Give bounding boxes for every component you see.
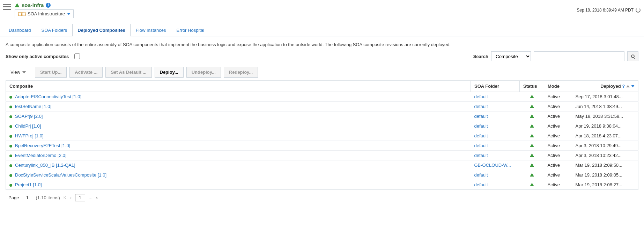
pager-current: 1 [75, 194, 85, 201]
mode-cell: Active [544, 170, 572, 180]
folder-link[interactable]: default [474, 104, 488, 109]
infra-icon: ⬚⬚ [18, 11, 25, 16]
status-up-icon [530, 114, 534, 118]
mode-cell: Active [544, 92, 572, 102]
composite-link[interactable]: SOAPrj9 [2.0] [15, 114, 43, 119]
status-dot-icon [9, 106, 12, 108]
mode-cell: Active [544, 131, 572, 141]
pager-prev[interactable]: ‹ [70, 195, 71, 200]
col-folder[interactable]: SOA Folder [471, 81, 520, 92]
status-up-icon [530, 173, 534, 177]
composite-link[interactable]: EventMediatorDemo [2.0] [15, 153, 66, 158]
search-icon [631, 55, 635, 58]
status-dot-icon [9, 184, 12, 187]
timestamp: Sep 18, 2018 6:39:49 AM PDT [577, 8, 634, 13]
status-up-icon [530, 183, 534, 186]
pager-page: 1 [22, 195, 32, 200]
table-row[interactable]: Project1 [1.0]defaultActiveMar 19, 2018 … [6, 180, 638, 190]
folder-link[interactable]: GB-OCLOUD-W... [474, 163, 511, 168]
col-composite[interactable]: Composite [6, 81, 471, 92]
search-label: Search [473, 54, 488, 59]
col-status[interactable]: Status [520, 81, 544, 92]
status-dot-icon [9, 155, 12, 157]
tab-flow-instances[interactable]: Flow Instances [131, 24, 171, 36]
pager-next[interactable]: › [96, 195, 98, 201]
status-dot-icon [9, 96, 12, 99]
table-row[interactable]: BpelRecoveryE2ETest [1.0]defaultActiveAp… [6, 141, 638, 151]
status-dot-icon [9, 145, 12, 148]
status-up-icon [530, 105, 534, 108]
composite-link[interactable]: Project1 [1.0] [15, 182, 42, 187]
show-only-label: Show only active composites [6, 54, 69, 59]
composite-link[interactable]: BpelRecoveryE2ETest [1.0] [15, 143, 70, 148]
undeploy-button[interactable]: Undeploy... [186, 67, 221, 78]
folder-link[interactable]: default [474, 172, 488, 178]
help-icon[interactable]: ? [622, 84, 625, 89]
deployed-cell: Sep 17, 2018 3:01:48... [572, 92, 638, 102]
deployed-cell: May 18, 2018 3:31:58... [572, 112, 638, 121]
sort-asc-icon[interactable] [626, 85, 630, 87]
status-dot-icon [9, 125, 12, 128]
show-only-checkbox[interactable] [74, 53, 80, 59]
status-dot-icon [9, 174, 12, 177]
col-deployed[interactable]: Deployed ? [572, 81, 638, 92]
table-row[interactable]: SOAPrj9 [2.0]defaultActiveMay 18, 2018 3… [6, 112, 638, 121]
folder-link[interactable]: default [474, 123, 488, 129]
description-text: A composite application consists of the … [6, 42, 638, 47]
search-input[interactable] [534, 51, 624, 61]
col-mode[interactable]: Mode [544, 81, 572, 92]
mode-cell: Active [544, 160, 572, 170]
folder-link[interactable]: default [474, 153, 488, 158]
table-row[interactable]: testSetName [1.0]defaultActiveJun 14, 20… [6, 102, 638, 112]
composite-link[interactable]: AdapterEISConnectivityTest [1.0] [15, 94, 81, 99]
composite-link[interactable]: Centurylink_850_IB [1.2-QA1] [15, 163, 75, 168]
table-row[interactable]: ChildPrj [1.0]defaultActiveApr 19, 2018 … [6, 121, 638, 131]
chevron-down-icon [22, 71, 26, 73]
startup-button[interactable]: Start Up... [35, 67, 67, 78]
folder-link[interactable]: default [474, 143, 488, 148]
deployed-cell: Apr 19, 2018 9:38:04... [572, 121, 638, 131]
composite-link[interactable]: HWFProj [1.0] [15, 133, 44, 138]
infra-menu[interactable]: ⬚⬚ SOA Infrastructure [15, 9, 74, 18]
deployed-cell: Mar 19, 2018 2:09:05... [572, 170, 638, 180]
nav-menu-icon[interactable] [2, 2, 12, 11]
status-dot-icon [9, 164, 12, 167]
folder-link[interactable]: default [474, 133, 488, 138]
search-button[interactable] [627, 51, 638, 61]
folder-link[interactable]: default [474, 114, 488, 119]
deployed-cell: Apr 3, 2018 10:23:42... [572, 151, 638, 160]
composite-link[interactable]: DocStyleServiceScalarValuesComposite [1.… [15, 172, 106, 178]
pager-label: Page [8, 195, 19, 200]
redeploy-button[interactable]: Redeploy... [224, 67, 258, 78]
table-row[interactable]: Centurylink_850_IB [1.2-QA1]GB-OCLOUD-W.… [6, 160, 638, 170]
mode-cell: Active [544, 102, 572, 112]
mode-cell: Active [544, 151, 572, 160]
pager-first[interactable]: K [64, 195, 67, 200]
tab-error-hospital[interactable]: Error Hospital [171, 24, 209, 36]
table-row[interactable]: EventMediatorDemo [2.0]defaultActiveApr … [6, 151, 638, 160]
folder-link[interactable]: default [474, 94, 488, 99]
table-row[interactable]: DocStyleServiceScalarValuesComposite [1.… [6, 170, 638, 180]
status-up-icon [530, 163, 534, 167]
tab-soa-folders[interactable]: SOA Folders [36, 24, 73, 36]
deployed-cell: Apr 3, 2018 10:29:49... [572, 141, 638, 151]
setdefault-button[interactable]: Set As Default ... [105, 67, 151, 78]
deploy-button[interactable]: Deploy... [155, 67, 184, 78]
tab-dashboard[interactable]: Dashboard [3, 24, 36, 36]
deployed-cell: Apr 18, 2018 4:23:07... [572, 131, 638, 141]
view-menu[interactable]: View [9, 67, 27, 77]
info-icon[interactable]: i [46, 3, 51, 8]
mode-cell: Active [544, 180, 572, 190]
composite-link[interactable]: ChildPrj [1.0] [15, 123, 41, 129]
sort-desc-icon[interactable] [631, 85, 635, 87]
tab-deployed-composites[interactable]: Deployed Composites [72, 24, 131, 36]
table-row[interactable]: AdapterEISConnectivityTest [1.0]defaultA… [6, 92, 638, 102]
refresh-icon[interactable] [636, 8, 641, 13]
mode-cell: Active [544, 112, 572, 121]
composite-link[interactable]: testSetName [1.0] [15, 104, 51, 109]
search-type-select[interactable]: Composite [491, 51, 531, 61]
status-up-icon [530, 153, 534, 157]
table-row[interactable]: HWFProj [1.0]defaultActiveApr 18, 2018 4… [6, 131, 638, 141]
folder-link[interactable]: default [474, 182, 488, 187]
activate-button[interactable]: Activate ... [69, 67, 103, 78]
